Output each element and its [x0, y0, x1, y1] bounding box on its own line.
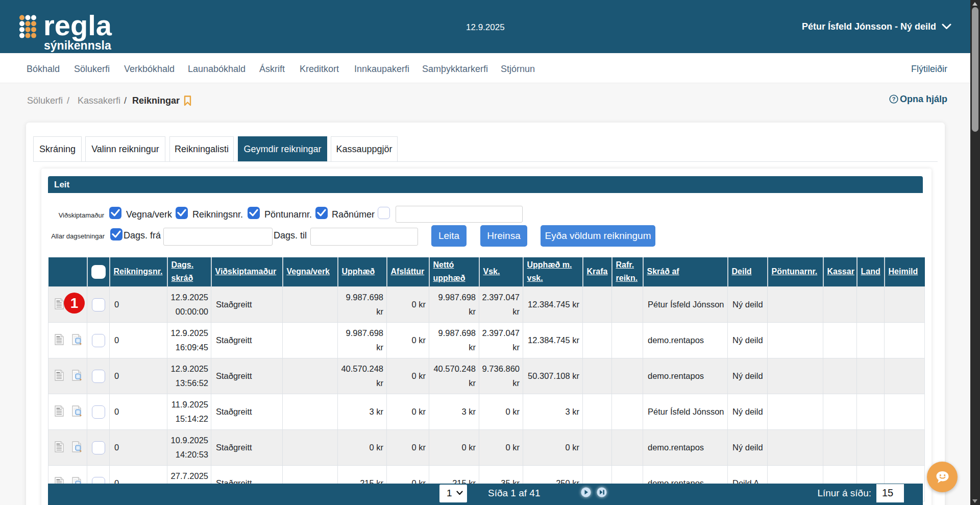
- svg-text:?: ?: [892, 96, 896, 102]
